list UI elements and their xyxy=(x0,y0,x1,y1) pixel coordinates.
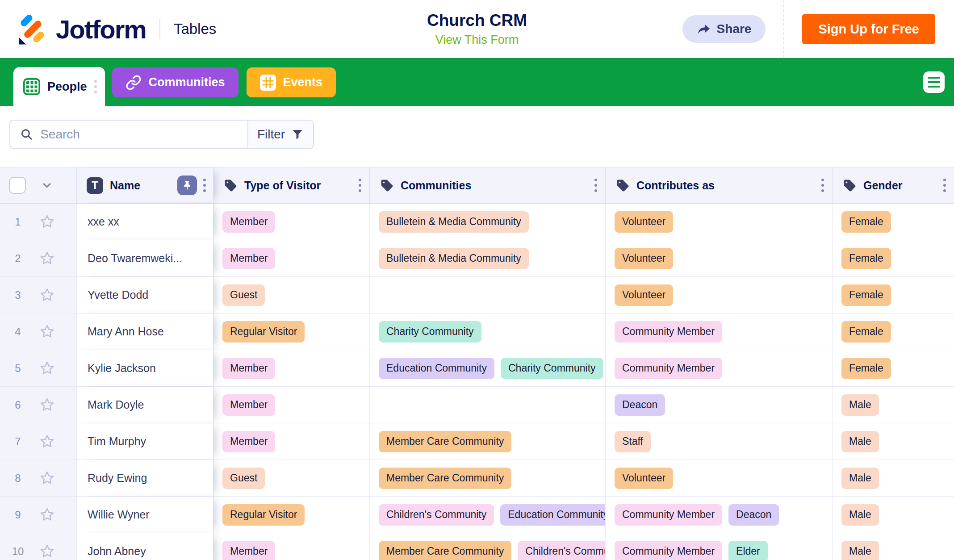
share-button[interactable]: Share xyxy=(682,15,766,43)
column-header-label: Communities xyxy=(401,179,471,192)
view-this-form-link[interactable]: View This Form xyxy=(427,33,527,47)
cell-contributes-as[interactable]: Volunteer xyxy=(606,460,833,496)
table-row: 2Deo Twaremweki...MemberBulletein & Medi… xyxy=(0,240,954,277)
column-header-communities[interactable]: Communities xyxy=(370,167,606,203)
tag: Volunteer xyxy=(615,468,673,489)
cell-name[interactable]: Willie Wyner xyxy=(77,497,213,533)
filter-button-label: Filter xyxy=(257,127,285,142)
cell-communities[interactable]: Bulletein & Media Community xyxy=(370,240,606,276)
column-header-contributes-as[interactable]: Contributes as xyxy=(606,167,833,203)
cell-communities[interactable]: Education CommunityCharity Community xyxy=(370,350,606,386)
cell-type-of-visitor[interactable]: Member xyxy=(213,533,370,560)
tab-events[interactable]: Events xyxy=(247,67,336,97)
cell-communities[interactable]: Member Care Community xyxy=(370,460,606,496)
column-menu-icon[interactable] xyxy=(594,179,597,192)
table-row: 3Yvette DoddGuestVolunteerFemale xyxy=(0,277,954,313)
star-icon[interactable] xyxy=(39,543,55,559)
cell-contributes-as[interactable]: Volunteer xyxy=(606,240,833,276)
cell-type-of-visitor[interactable]: Guest xyxy=(213,277,370,313)
star-icon[interactable] xyxy=(39,397,55,413)
cell-contributes-as[interactable]: Community Member xyxy=(606,350,833,386)
cell-contributes-as[interactable]: Community Member xyxy=(606,313,833,350)
star-icon[interactable] xyxy=(39,324,55,339)
tab-communities[interactable]: Communities xyxy=(112,67,238,97)
cell-contributes-as[interactable]: Volunteer xyxy=(606,204,833,240)
share-button-label: Share xyxy=(717,22,752,36)
table-list-menu-button[interactable] xyxy=(923,71,945,93)
cell-communities[interactable] xyxy=(370,277,606,313)
cell-gender[interactable]: Female xyxy=(833,204,954,240)
star-icon[interactable] xyxy=(39,507,55,522)
cell-name[interactable]: Yvette Dodd xyxy=(77,277,213,313)
star-icon[interactable] xyxy=(39,251,55,266)
cell-gender[interactable]: Female xyxy=(833,350,954,386)
cell-type-of-visitor[interactable]: Member xyxy=(213,240,370,276)
tag: Guest xyxy=(222,284,265,306)
cell-gender[interactable]: Male xyxy=(833,387,954,423)
tab-people[interactable]: People xyxy=(13,67,105,106)
cell-communities[interactable]: Charity Community xyxy=(370,313,606,350)
star-icon[interactable] xyxy=(39,287,55,303)
cell-name[interactable]: John Abney xyxy=(77,533,213,560)
search-input[interactable] xyxy=(40,127,247,142)
cell-type-of-visitor[interactable]: Regular Visitor xyxy=(213,497,370,533)
cell-communities[interactable]: Bulletein & Media Community xyxy=(370,204,606,240)
cell-gender[interactable]: Male xyxy=(833,533,954,560)
column-menu-icon[interactable] xyxy=(821,179,824,192)
cell-communities[interactable] xyxy=(370,387,606,423)
cell-contributes-as[interactable]: Community MemberElder xyxy=(606,533,833,560)
signup-button[interactable]: Sign Up for Free xyxy=(802,14,935,44)
row-number: 5 xyxy=(7,362,29,375)
column-header-gender[interactable]: Gender xyxy=(833,167,954,203)
tag: Female xyxy=(841,358,891,379)
chevron-down-icon[interactable] xyxy=(40,179,54,192)
column-header-type-of-visitor[interactable]: Type of Visitor xyxy=(213,167,370,203)
pin-icon[interactable] xyxy=(177,176,197,195)
cell-contributes-as[interactable]: Community MemberDeacon xyxy=(606,497,833,533)
column-header-label: Contributes as xyxy=(636,179,715,192)
tag: Male xyxy=(841,431,879,452)
cell-type-of-visitor[interactable]: Member xyxy=(213,350,370,386)
cell-contributes-as[interactable]: Staff xyxy=(606,423,833,460)
jotform-logo-link[interactable]: Jotform xyxy=(18,13,146,45)
star-icon[interactable] xyxy=(39,434,55,449)
cell-communities[interactable]: Member Care Community xyxy=(370,423,606,460)
select-all-checkbox[interactable] xyxy=(9,177,26,194)
column-menu-icon[interactable] xyxy=(203,179,206,192)
cell-type-of-visitor[interactable]: Member xyxy=(213,204,370,240)
cell-type-of-visitor[interactable]: Member xyxy=(213,387,370,423)
tag: Member xyxy=(222,541,275,560)
cell-gender[interactable]: Male xyxy=(833,460,954,496)
tab-people-menu-icon[interactable] xyxy=(94,80,97,93)
column-menu-icon[interactable] xyxy=(359,179,361,192)
cell-contributes-as[interactable]: Volunteer xyxy=(606,277,833,313)
cell-name[interactable]: Rudy Ewing xyxy=(77,460,213,496)
cell-gender[interactable]: Female xyxy=(833,313,954,350)
cell-type-of-visitor[interactable]: Regular Visitor xyxy=(213,313,370,350)
cell-name[interactable]: Tim Murphy xyxy=(77,423,213,460)
cell-gender[interactable]: Female xyxy=(833,277,954,313)
star-icon[interactable] xyxy=(39,214,55,230)
tag: Charity Community xyxy=(501,358,603,379)
cell-type-of-visitor[interactable]: Guest xyxy=(213,460,370,496)
column-menu-icon[interactable] xyxy=(943,179,946,192)
cell-name[interactable]: Mark Doyle xyxy=(77,387,213,423)
tag: Volunteer xyxy=(615,211,673,233)
cell-name[interactable]: Kylie Jackson xyxy=(77,350,213,386)
star-icon[interactable] xyxy=(39,360,55,376)
cell-type-of-visitor[interactable]: Member xyxy=(213,423,370,460)
cell-name[interactable]: xxe xx xyxy=(77,204,213,240)
cell-name[interactable]: Deo Twaremweki... xyxy=(77,240,213,276)
cell-gender[interactable]: Male xyxy=(833,497,954,533)
star-icon[interactable] xyxy=(39,470,55,486)
tag: Member xyxy=(222,431,275,452)
tag: Deacon xyxy=(615,394,665,416)
column-header-name[interactable]: T Name xyxy=(77,167,213,203)
filter-button[interactable]: Filter xyxy=(247,121,313,148)
cell-gender[interactable]: Female xyxy=(833,240,954,276)
cell-communities[interactable]: Member Care CommunityChildren's Communit… xyxy=(370,533,606,560)
cell-communities[interactable]: Children's CommunityEducation Community xyxy=(370,497,606,533)
cell-contributes-as[interactable]: Deacon xyxy=(606,387,833,423)
cell-name[interactable]: Mary Ann Hose xyxy=(77,313,213,350)
cell-gender[interactable]: Male xyxy=(833,423,954,460)
